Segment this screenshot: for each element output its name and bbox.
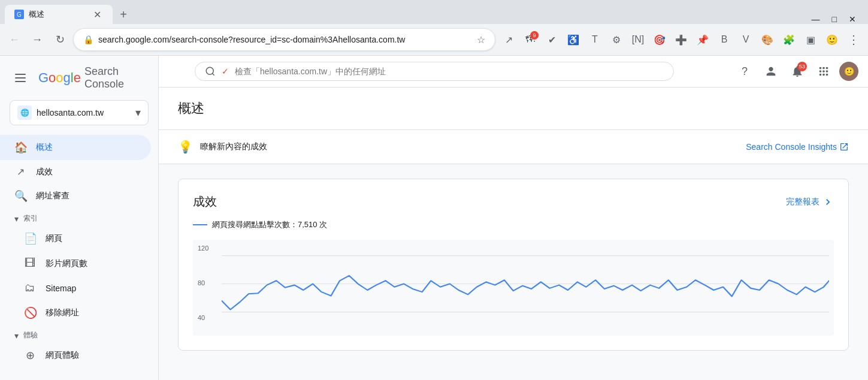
bookmark-icon[interactable]: ☆: [477, 34, 485, 46]
tab-favicon: G: [14, 10, 24, 19]
performance-header: 成效 完整報表: [193, 194, 834, 210]
sidebar-overview-label: 概述: [36, 142, 53, 153]
svg-point-3: [206, 67, 213, 74]
apps-button[interactable]: [813, 61, 834, 82]
minimize-button[interactable]: —: [812, 14, 820, 24]
sidebar-item-pages[interactable]: 📄 網頁: [0, 226, 151, 251]
trending-icon: ↗: [14, 166, 26, 177]
chart-y-labels: 120 80 40: [198, 245, 208, 321]
sidebar: Google Search Console 🌐 hellosanta.com.t…: [0, 56, 159, 380]
sidebar-item-sitemap[interactable]: 🗂 Sitemap: [0, 276, 151, 300]
help-button[interactable]: ?: [734, 61, 755, 82]
app-container: Google Search Console 🌐 hellosanta.com.t…: [0, 56, 868, 380]
check-extension[interactable]: ✔: [542, 30, 561, 49]
sidebar-extension[interactable]: ▣: [801, 30, 820, 49]
forward-button[interactable]: →: [28, 30, 47, 49]
share-button[interactable]: ↗: [499, 30, 518, 49]
section-experience-label: 體驗: [23, 330, 38, 340]
performance-section: 成效 完整報表 網頁搜尋網點點擊次數：7,510 次 120 80 40: [178, 179, 849, 351]
chart-svg: [222, 249, 829, 331]
account-button[interactable]: [760, 61, 782, 82]
url-text: search.google.com/search-console?resourc…: [98, 35, 472, 44]
address-bar[interactable]: 🔒 search.google.com/search-console?resou…: [73, 28, 495, 51]
menu-button[interactable]: ⋮: [844, 30, 863, 49]
experience-collapse-icon: ▾: [14, 331, 19, 340]
sidebar-sitemap-label: Sitemap: [46, 284, 76, 293]
translate-extension[interactable]: T: [585, 30, 604, 49]
extension10[interactable]: 🎨: [758, 30, 777, 49]
notion-extension[interactable]: [N]: [628, 30, 648, 49]
page-title: 概述: [178, 99, 849, 117]
home-icon: 🏠: [14, 141, 26, 154]
video-icon: 🎞: [24, 257, 36, 270]
full-report-link[interactable]: 完整報表: [786, 196, 834, 208]
section-experience[interactable]: ▾ 體驗: [0, 325, 158, 343]
plus-circle-icon: ⊕: [24, 349, 36, 362]
section-index[interactable]: ▾ 索引: [0, 209, 158, 226]
logo-google: Google: [38, 70, 81, 86]
chart-legend: 網頁搜尋網點點擊次數：7,510 次: [193, 219, 834, 230]
sitemap-icon: 🗂: [24, 282, 36, 294]
sidebar-video-label: 影片網頁數: [46, 258, 87, 269]
legend-label: 網頁搜尋網點點擊次數：7,510 次: [212, 219, 327, 230]
chevron-down-icon: ▾: [135, 106, 141, 119]
property-icon: 🌐: [17, 105, 32, 120]
search-icon: 🔍: [14, 189, 26, 203]
sidebar-item-video-pages[interactable]: 🎞 影片網頁數: [0, 251, 151, 276]
sidebar-item-page-experience[interactable]: ⊕ 網頁體驗: [0, 343, 151, 368]
maximize-button[interactable]: □: [832, 14, 837, 24]
property-selector[interactable]: 🌐 hellosanta.com.tw ▾: [10, 100, 149, 125]
url-inspection-input[interactable]: [235, 67, 664, 76]
gsc-top-bar: ✓ ? 53 🙂: [159, 56, 868, 88]
reload-button[interactable]: ↻: [50, 30, 69, 49]
sidebar-item-remove-urls[interactable]: 🚫 移除網址: [0, 300, 151, 325]
extension9[interactable]: V: [736, 30, 755, 49]
extension6[interactable]: ➕: [672, 30, 691, 49]
sidebar-item-overview[interactable]: 🏠 概述: [0, 135, 151, 160]
svg-rect-0: [15, 74, 26, 75]
insights-bar: 💡 瞭解新內容的成效 Search Console Insights: [159, 130, 868, 164]
sidebar-url-inspection-label: 網址審查: [36, 191, 69, 201]
chevron-right-icon: [822, 196, 834, 208]
y-label-80: 80: [198, 279, 208, 286]
notifications-button[interactable]: 53: [787, 61, 808, 82]
y-label-40: 40: [198, 314, 208, 321]
annotation-checkmark: ✓: [222, 67, 229, 76]
bulb-icon: 💡: [178, 140, 193, 154]
maps-extension[interactable]: 🗺 9: [521, 30, 540, 49]
tab-title: 概述: [29, 9, 44, 20]
nav-actions: ↗ 🗺 9 ✔ ♿ T ⚙ [N] 🎯 ➕ 📌 B V 🎨 🧩 ▣ 🙂 ⋮: [499, 30, 863, 49]
performance-chart: 120 80 40: [193, 240, 834, 336]
gsc-search-bar[interactable]: ✓: [195, 62, 674, 81]
extension11[interactable]: 🧩: [779, 30, 799, 49]
hamburger-menu[interactable]: [10, 66, 31, 90]
insights-link-text: Search Console Insights: [746, 142, 837, 152]
external-link-icon: [839, 142, 849, 152]
sidebar-page-experience-label: 網頁體驗: [46, 350, 79, 361]
active-tab[interactable]: G 概述 ✕: [5, 5, 113, 24]
extension3[interactable]: ⚙: [607, 30, 626, 49]
close-window-button[interactable]: ✕: [849, 14, 856, 24]
extension5[interactable]: 🎯: [650, 30, 669, 49]
sidebar-header: Google Search Console: [0, 56, 158, 95]
lock-icon: 🔒: [83, 35, 93, 44]
new-tab-button[interactable]: +: [115, 6, 132, 23]
sidebar-pages-label: 網頁: [46, 233, 62, 244]
accessibility-extension[interactable]: ♿: [564, 30, 583, 49]
section-index-label: 索引: [23, 213, 38, 224]
legend-line: [193, 224, 207, 225]
sidebar-item-url-inspection[interactable]: 🔍 網址審查: [0, 183, 151, 209]
extension7[interactable]: 📌: [693, 30, 712, 49]
user-avatar[interactable]: 🙂: [839, 62, 858, 81]
main-content: ✓ ? 53 🙂 概述: [159, 56, 868, 380]
property-name: hellosanta.com.tw: [37, 108, 131, 117]
extension8[interactable]: B: [715, 30, 734, 49]
insights-text: 瞭解新內容的成效: [200, 141, 267, 152]
sidebar-item-performance[interactable]: ↗ 成效: [0, 160, 151, 183]
notification-badge: 53: [797, 62, 807, 71]
search-console-insights-link[interactable]: Search Console Insights: [746, 142, 849, 152]
performance-title: 成效: [193, 194, 217, 210]
profile-button[interactable]: 🙂: [822, 30, 842, 49]
tab-close-button[interactable]: ✕: [91, 8, 103, 20]
back-button[interactable]: ←: [5, 30, 24, 49]
